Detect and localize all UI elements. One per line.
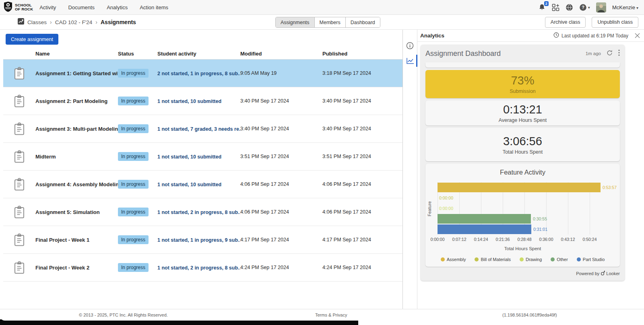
unpublish-class-button[interactable]: Unpublish class xyxy=(592,17,638,28)
clock-icon xyxy=(553,32,559,39)
scrolled-card-edge xyxy=(425,62,620,68)
topbar-right: 2 ? xyxy=(538,2,638,12)
status-badge: In progress xyxy=(118,124,149,133)
globe-icon[interactable] xyxy=(566,4,573,11)
kpi-label: Submission xyxy=(510,88,536,94)
looker-logo-icon xyxy=(601,271,605,276)
bar-assembly[interactable] xyxy=(438,183,601,192)
column-header-published: Published xyxy=(322,51,402,57)
student-activity-link[interactable]: 1 not started, 7 graded, 3 needs re… xyxy=(157,126,240,132)
assignment-row[interactable]: Assignment 5: SimulationIn progress1 not… xyxy=(3,198,402,226)
student-activity-link[interactable]: 1 not started, 10 submitted xyxy=(157,182,221,187)
breadcrumb-class-name[interactable]: CAD 102 - F'24 xyxy=(55,19,93,25)
assignment-row[interactable]: Assignment 2: Part ModelingIn progress1 … xyxy=(3,87,402,115)
assignment-name: Assignment 1: Getting Started with… xyxy=(35,70,118,76)
x-axis-ticks: 0:00:000:07:120:14:240:21:360:28:480:36:… xyxy=(438,237,619,242)
assignment-row[interactable]: Assignment 4: Assembly ModelingIn progre… xyxy=(3,171,402,198)
status-badge: In progress xyxy=(118,235,149,244)
assignment-row[interactable]: Assignment 1: Getting Started with…In pr… xyxy=(3,60,402,87)
school-of-rock-logo[interactable]: SCHOOLOF ROCK xyxy=(3,1,33,14)
analytics-title: Analytics xyxy=(420,33,444,39)
breadcrumb-classes[interactable]: Classes xyxy=(27,19,47,25)
user-avatar[interactable] xyxy=(596,2,606,12)
assignment-dashboard-card: Assignment Dashboard 1m ago 73% Sub xyxy=(421,45,625,281)
assignment-row[interactable]: Final Project - Week 2In progress1 not s… xyxy=(3,254,402,282)
student-activity-link[interactable]: 1 not started, 2 in progress, 8 sub… xyxy=(157,265,240,271)
refresh-icon[interactable] xyxy=(607,50,613,58)
legend-item-other[interactable]: Other xyxy=(551,257,568,262)
student-activity-link[interactable]: 1 not started, 10 submitted xyxy=(157,99,221,104)
user-menu[interactable]: McKenzie xyxy=(612,4,638,10)
bar-other[interactable] xyxy=(438,214,531,224)
kpi-label: Total Hours Spent xyxy=(503,149,543,155)
modified-date: 3:51 PM Sep 17 2024 xyxy=(240,154,322,159)
nav-action-items[interactable]: Action items xyxy=(140,4,168,10)
x-tick-label: 0:50:24 xyxy=(582,237,597,242)
published-date: 3:40 PM Sep 17 2024 xyxy=(322,126,402,132)
modified-date: 4:06 PM Sep 17 2024 xyxy=(240,181,322,187)
logo-text: SCHOOLOF ROCK xyxy=(15,3,33,12)
student-activity-link[interactable]: 1 not started, 10 submitted xyxy=(157,154,221,160)
bar-row-part-studio: 0:31:01 xyxy=(438,224,619,234)
student-activity-link[interactable]: 1 not started, 2 in progress, 8 sub… xyxy=(157,210,240,215)
legend-item-bill-of-materials[interactable]: Bill of Materials xyxy=(475,257,511,262)
student-activity-link[interactable]: 2 not started, 1 in progress, 8 sub… xyxy=(157,71,240,76)
tab-assignments[interactable]: Assignments xyxy=(276,17,315,27)
assignment-row[interactable]: Assignment 3: Multi-part ModelingIn prog… xyxy=(3,115,402,143)
column-header-status: Status xyxy=(118,51,157,57)
legend-dot xyxy=(441,257,445,261)
assignment-clipboard-icon xyxy=(3,122,35,135)
classes-icon xyxy=(18,18,24,26)
kebab-menu-icon[interactable] xyxy=(618,49,620,58)
terms-privacy-link[interactable]: Terms & Privacy xyxy=(315,313,347,317)
refreshed-label: 1m ago xyxy=(586,51,601,56)
status-badge: In progress xyxy=(118,152,149,161)
legend-item-drawing[interactable]: Drawing xyxy=(520,257,542,262)
tab-dashboard[interactable]: Dashboard xyxy=(346,17,380,27)
main-nav: Activity Documents Analytics Action item… xyxy=(39,4,168,10)
legend-item-assembly[interactable]: Assembly xyxy=(441,257,466,262)
bar-value-label: 0:31:01 xyxy=(533,227,547,232)
chart-legend: AssemblyBill of MaterialsDrawingOtherPar… xyxy=(425,257,620,262)
powered-by-looker: Powered by Looker xyxy=(425,271,620,276)
tab-members[interactable]: Members xyxy=(315,17,346,27)
nav-analytics[interactable]: Analytics xyxy=(107,4,128,10)
published-date: 4:17 PM Sep 17 2024 xyxy=(322,237,402,243)
modified-date: 9:05 AM May 19 xyxy=(240,70,322,76)
notification-badge: 2 xyxy=(544,1,549,6)
analytics-chart-icon[interactable] xyxy=(403,56,417,66)
x-tick-label: 0:36:00 xyxy=(539,237,553,242)
breadcrumb: Classes CAD 102 - F'24 Assignments xyxy=(18,18,136,26)
assignment-name: Midterm xyxy=(35,154,118,160)
bar-value-label: 0:53:57 xyxy=(603,185,617,190)
published-date: 4:06 PM Sep 17 2024 xyxy=(322,209,402,215)
x-tick-label: 0:21:36 xyxy=(495,237,510,242)
chart-x-axis-label: Total Hours Spent xyxy=(425,246,620,251)
assignment-name: Assignment 4: Assembly Modeling xyxy=(35,181,118,187)
info-icon[interactable] xyxy=(403,40,417,51)
notifications-bell-icon[interactable]: 2 xyxy=(538,4,546,11)
published-date: 3:40 PM Sep 17 2024 xyxy=(322,98,402,104)
assignment-row[interactable]: Final Project - Week 1In progress1 not s… xyxy=(3,226,402,254)
legend-label: Bill of Materials xyxy=(481,257,511,262)
assignment-name: Assignment 3: Multi-part Modeling xyxy=(35,126,118,132)
assignment-name: Assignment 2: Part Modeling xyxy=(35,98,118,104)
help-icon[interactable]: ? xyxy=(579,4,590,11)
modified-date: 3:40 PM Sep 17 2024 xyxy=(240,98,322,104)
legend-item-part-studio[interactable]: Part Studio xyxy=(577,257,605,262)
apps-grid-icon[interactable] xyxy=(552,4,559,11)
archive-class-button[interactable]: Archive class xyxy=(545,17,586,28)
create-assignment-button[interactable]: Create assignment xyxy=(6,34,58,45)
nav-documents[interactable]: Documents xyxy=(68,4,95,10)
nav-activity[interactable]: Activity xyxy=(39,4,56,10)
assignment-row[interactable]: MidtermIn progress1 not started, 10 subm… xyxy=(3,143,402,171)
legend-dot xyxy=(475,257,479,261)
copyright-text: © 2013 - 2025, PTC Inc. All Rights Reser… xyxy=(79,313,168,317)
svg-text:?: ? xyxy=(582,5,584,10)
close-icon[interactable] xyxy=(635,33,640,38)
bar-part-studio[interactable] xyxy=(438,224,531,234)
assignment-clipboard-icon xyxy=(3,95,35,107)
student-activity-link[interactable]: 1 not started, 1 in progress, 9 sub… xyxy=(157,237,240,243)
table-header-row: Name Status Student activity Modified Pu… xyxy=(3,48,402,60)
status-cell: In progress xyxy=(118,97,157,105)
